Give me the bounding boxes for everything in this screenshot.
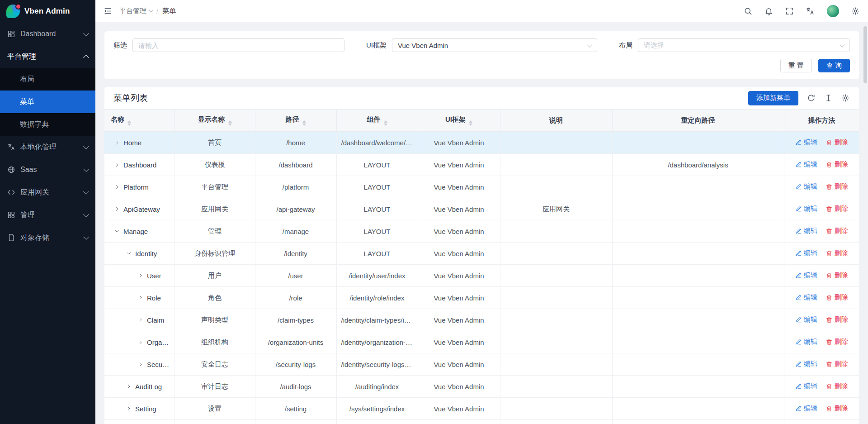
fullscreen-icon[interactable] xyxy=(785,7,794,15)
breadcrumb-item-menu[interactable]: 菜单 xyxy=(162,7,176,15)
expand-icon[interactable] xyxy=(138,362,143,367)
edit-button[interactable]: 编辑 xyxy=(795,404,817,413)
actions-cell: 编辑 删除 xyxy=(784,176,859,198)
table-row[interactable]: Role 角色 /role /identity/role/index Vue V… xyxy=(104,287,859,309)
framework-cell: Vue Vben Admin xyxy=(418,376,500,398)
expand-icon[interactable] xyxy=(114,184,120,190)
delete-button[interactable]: 删除 xyxy=(826,382,848,391)
edit-button[interactable]: 编辑 xyxy=(795,315,817,324)
ui-framework-select[interactable]: Vue Vben Admin xyxy=(392,38,597,52)
filter-input[interactable] xyxy=(132,38,344,52)
sidebar-item-dashboard[interactable]: Dashboard xyxy=(0,23,95,45)
expand-icon[interactable] xyxy=(126,406,132,411)
language-icon[interactable] xyxy=(806,7,815,15)
sidebar-submenu-platform: 布局 菜单 数据字典 xyxy=(0,68,95,136)
delete-button[interactable]: 删除 xyxy=(826,271,848,280)
expand-icon[interactable] xyxy=(114,206,120,212)
edit-button[interactable]: 编辑 xyxy=(795,293,817,302)
table-row[interactable]: Setting 设置 /setting /sys/settings/index … xyxy=(104,398,859,420)
path-cell: /platform xyxy=(255,176,336,198)
delete-button[interactable]: 删除 xyxy=(826,293,848,302)
column-settings-icon[interactable] xyxy=(841,94,850,102)
sidebar-item-gateway[interactable]: 应用网关 xyxy=(0,181,95,204)
table-row[interactable]: User 用户 /user /identity/user/index Vue V… xyxy=(104,265,859,287)
edit-button[interactable]: 编辑 xyxy=(795,205,817,213)
settings-icon[interactable] xyxy=(851,7,860,15)
expand-icon[interactable] xyxy=(138,339,143,345)
sort-icon xyxy=(302,120,306,126)
table-row[interactable]: Platform 平台管理 /platform LAYOUT Vue Vben … xyxy=(104,176,859,198)
sidebar-item-saas[interactable]: Saas xyxy=(0,158,95,181)
sidebar-item-platform[interactable]: 平台管理 xyxy=(0,45,95,68)
sidebar-item-localization[interactable]: 本地化管理 xyxy=(0,136,95,158)
framework-cell: Vue Vben Admin xyxy=(418,353,500,376)
expand-icon[interactable] xyxy=(138,295,143,300)
delete-button[interactable]: 删除 xyxy=(826,249,848,257)
actions-cell: 编辑 删除 xyxy=(784,243,859,265)
sidebar-item-manage[interactable]: 管理 xyxy=(0,204,95,226)
edit-button[interactable]: 编辑 xyxy=(795,138,817,147)
edit-button[interactable]: 编辑 xyxy=(795,338,817,346)
reset-button[interactable]: 重 置 xyxy=(780,59,812,72)
delete-button[interactable]: 删除 xyxy=(826,227,848,235)
sidebar-item-storage[interactable]: 对象存储 xyxy=(0,226,95,249)
query-button[interactable]: 查 询 xyxy=(818,59,850,72)
select-value: Vue Vben Admin xyxy=(398,42,448,49)
logo[interactable]: Vben Admin xyxy=(0,0,95,23)
component-cell: /identity/organization-u... xyxy=(336,331,418,353)
refresh-icon[interactable] xyxy=(807,94,816,102)
layout-select[interactable]: 请选择 xyxy=(638,38,850,52)
delete-button[interactable]: 删除 xyxy=(826,315,848,324)
table-row[interactable]: AuditLog 审计日志 /audit-logs /auditing/inde… xyxy=(104,376,859,398)
column-header-name[interactable]: 名称 xyxy=(104,110,175,132)
sidebar-item-menu[interactable]: 菜单 xyxy=(0,91,95,113)
expand-icon[interactable] xyxy=(138,273,143,278)
expand-icon[interactable] xyxy=(138,317,143,323)
edit-button[interactable]: 编辑 xyxy=(795,182,817,191)
expand-icon[interactable] xyxy=(126,251,132,256)
edit-button[interactable]: 编辑 xyxy=(795,382,817,391)
expand-icon[interactable] xyxy=(114,140,120,145)
delete-button[interactable]: 删除 xyxy=(826,160,848,169)
table-row[interactable]: Manage 管理 /manage LAYOUT Vue Vben Admin … xyxy=(104,220,859,243)
page-scrollbar[interactable] xyxy=(863,26,867,83)
table-row[interactable]: ApiGateway 应用网关 /api-gateway LAYOUT Vue … xyxy=(104,198,859,220)
delete-button[interactable]: 删除 xyxy=(826,205,848,213)
avatar[interactable] xyxy=(827,5,839,17)
column-header-framework[interactable]: UI框架 xyxy=(418,110,500,132)
table-row[interactable]: Security... 安全日志 /security-logs /identit… xyxy=(104,353,859,376)
sidebar-collapse-icon[interactable] xyxy=(104,7,112,15)
delete-button[interactable]: 删除 xyxy=(826,182,848,191)
table-row[interactable]: Claim 声明类型 /claim-types /identity/claim-… xyxy=(104,309,859,331)
delete-button[interactable]: 删除 xyxy=(826,338,848,346)
table-row[interactable]: Dashboard 仪表板 /dashboard LAYOUT Vue Vben… xyxy=(104,154,859,176)
sidebar-item-dictionary[interactable]: 数据字典 xyxy=(0,113,95,136)
expand-icon[interactable] xyxy=(126,384,132,389)
edit-button[interactable]: 编辑 xyxy=(795,227,817,235)
edit-button[interactable]: 编辑 xyxy=(795,249,817,257)
table-row[interactable]: Organiz... 组织机构 /organization-units /ide… xyxy=(104,331,859,353)
add-menu-button[interactable]: 添加新菜单 xyxy=(748,91,798,105)
component-cell: /identity/role/index xyxy=(336,287,418,309)
delete-button[interactable]: 删除 xyxy=(826,404,848,413)
column-header-path[interactable]: 路径 xyxy=(255,110,336,132)
expand-icon[interactable] xyxy=(114,162,120,167)
row-height-icon[interactable] xyxy=(824,94,833,102)
table-row[interactable]: Home 首页 /home /dashboard/welcome/in... V… xyxy=(104,132,859,154)
column-header-display-name[interactable]: 显示名称 xyxy=(175,110,255,132)
notification-icon[interactable] xyxy=(764,7,773,15)
edit-button[interactable]: 编辑 xyxy=(795,360,817,368)
edit-button[interactable]: 编辑 xyxy=(795,271,817,280)
expand-icon[interactable] xyxy=(114,229,120,234)
column-header-component[interactable]: 组件 xyxy=(336,110,418,132)
component-cell: LAYOUT xyxy=(336,154,418,176)
breadcrumb-label: 平台管理 xyxy=(119,7,146,15)
table-row[interactable]: Identity 身份标识管理 /identity LAYOUT Vue Vbe… xyxy=(104,243,859,265)
sidebar-item-layout[interactable]: 布局 xyxy=(0,68,95,91)
menu-name: Home xyxy=(123,139,142,147)
delete-button[interactable]: 删除 xyxy=(826,360,848,368)
delete-button[interactable]: 删除 xyxy=(826,138,848,147)
search-icon[interactable] xyxy=(744,7,752,15)
breadcrumb-item-platform[interactable]: 平台管理 xyxy=(119,7,152,15)
edit-button[interactable]: 编辑 xyxy=(795,160,817,169)
